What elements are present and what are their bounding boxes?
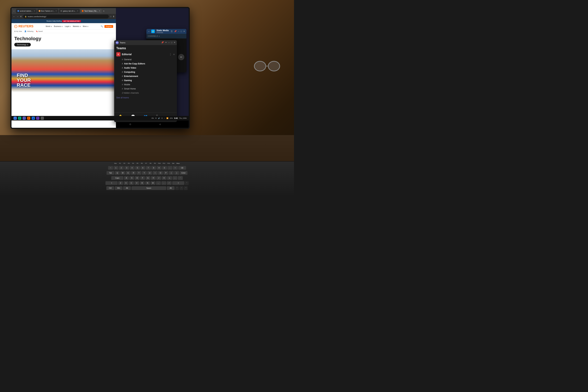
key-r[interactable]: R [131,171,136,175]
key-esc[interactable]: Esc [114,162,118,165]
sm-minimize-icon[interactable]: − [178,30,179,32]
key-f[interactable]: F [140,176,145,180]
browser-tab-4[interactable]: Tech News | Re… ✕ [80,9,102,13]
key-tab[interactable]: Tab [106,171,114,175]
teams-close-btn[interactable]: ✕ [174,41,176,44]
key-enter[interactable]: Enter [180,171,188,175]
key-l[interactable]: L [167,176,172,180]
reuters-search-icon[interactable]: 🔍 [100,25,103,28]
teams-restore-btn[interactable]: □ [171,41,172,44]
key-9[interactable]: 9 [157,166,162,170]
browser-tab-3[interactable]: galaxy tab s8 s… ✕ [59,9,80,13]
channel-entertainment[interactable]: # Entertainment [114,74,177,78]
channel-computing[interactable]: # Computing [114,70,177,74]
key-8[interactable]: 8 [151,166,156,170]
bookmark-icon[interactable]: ☆ [110,15,112,18]
key-q[interactable]: Q [115,171,120,175]
key-f9[interactable]: F9 [153,162,157,165]
key-alt-right[interactable]: Alt [167,186,174,190]
key-e[interactable]: E [126,171,130,175]
channel-ask-copy-editors[interactable]: # Ask the Copy Editors [114,62,177,66]
team-editorial-item[interactable]: E Editorial ⋮ ∧ [114,51,177,58]
channel-smart-home[interactable]: # Smart Home [114,87,177,91]
key-0[interactable]: 0 [162,166,167,170]
key-minus[interactable]: - [168,166,172,170]
home-btn[interactable]: ○ [129,122,131,126]
sm-restore-icon[interactable]: □ [181,30,182,32]
team-more-btn[interactable]: ⋮ [169,53,172,56]
key-f10[interactable]: F10 [157,162,162,165]
key-comma[interactable]: , [156,181,161,185]
key-arrow-down[interactable]: ↓ [180,186,183,190]
key-u[interactable]: U [147,171,152,175]
key-4[interactable]: 4 [130,166,134,170]
key-7[interactable]: 7 [146,166,151,170]
register-button[interactable]: Register [104,25,113,28]
key-backspace-main[interactable]: ⌫ [178,166,186,170]
nav-world[interactable]: World ∨ [46,26,52,27]
key-ctrl[interactable]: Ctrl [106,186,114,190]
channel-mobile[interactable]: # Mobile [114,82,177,87]
nav-forward-btn[interactable]: → [16,15,19,18]
new-tab-button[interactable]: + [102,10,105,12]
key-a[interactable]: A [124,176,129,180]
download-icon[interactable]: ⬇ [113,15,114,18]
teams-minimize-btn[interactable]: − [168,41,170,44]
key-z[interactable]: Z [118,181,123,185]
key-slash[interactable]: / [167,181,172,185]
key-f12[interactable]: F12 [166,162,171,165]
channel-gaming[interactable]: # Gaming [114,78,177,82]
key-bracket-close[interactable]: ] [174,171,179,175]
key-k[interactable]: K [162,176,166,180]
nav-business[interactable]: Business ∨ [54,26,63,27]
channel-general[interactable]: # General [114,58,177,62]
key-quote[interactable]: ' [178,176,183,180]
sm-back-btn[interactable]: ← [148,30,150,33]
key-arrow-right[interactable]: → [184,186,188,190]
tab-2-close[interactable]: ✕ [56,10,57,12]
key-period[interactable]: . [161,181,166,185]
key-x[interactable]: X [124,181,128,185]
sm-close-icon[interactable]: ✕ [183,30,185,32]
key-del[interactable]: Del [171,162,175,165]
browser-tab-2[interactable]: Best Tablets in l… ✕ [37,9,58,13]
key-c[interactable]: C [129,181,134,185]
nav-markets[interactable]: Markets ∨ [73,26,80,27]
key-6[interactable]: 6 [140,166,145,170]
tab-3-close[interactable]: ✕ [77,10,78,12]
nav-legal[interactable]: Legal ∨ [65,26,71,27]
key-i[interactable]: I [153,171,158,175]
subnav-following[interactable]: 👤 Following [24,30,34,32]
key-bracket-open[interactable]: [ [169,171,174,175]
key-5[interactable]: 5 [135,166,140,170]
teams-channel-list[interactable]: E Editorial ⋮ ∧ # General # Ask the Copy… [114,51,177,116]
key-3[interactable]: 3 [124,166,129,170]
subnav-myview[interactable]: ⊞ My View [14,30,22,32]
key-v[interactable]: V [134,181,139,185]
key-b[interactable]: B [140,181,145,185]
key-s[interactable]: S [129,176,134,180]
key-capslock[interactable]: Caps [111,176,124,180]
key-o[interactable]: O [158,171,163,175]
key-f6[interactable]: F6 [140,162,144,165]
tech-tag-button[interactable]: Technology ∨ [14,43,31,46]
reuters-cta-button[interactable]: GET THE NEWSLETTER [62,20,81,22]
tab-1-close[interactable]: ✕ [34,10,35,12]
browser-tab-1[interactable]: android tablets… ✕ [16,9,36,13]
key-m[interactable]: M [150,181,156,185]
key-h[interactable]: H [151,176,156,180]
nav-reload-btn[interactable]: ✕ [20,15,22,18]
key-f7[interactable]: F7 [144,162,148,165]
key-f4[interactable]: F4 [131,162,135,165]
key-1[interactable]: 1 [114,166,118,170]
key-f5[interactable]: F5 [136,162,140,165]
nav-more[interactable]: More ∨ [83,26,88,27]
key-d[interactable]: D [135,176,140,180]
key-arrow-up[interactable]: ↑ [185,181,189,185]
back-btn[interactable]: ‹ [160,122,161,126]
key-tilde[interactable]: ~ [108,166,113,170]
key-f11[interactable]: F11 [162,162,166,165]
key-w[interactable]: W [120,171,125,175]
hidden-channels-btn[interactable]: 2 hidden channels [114,91,177,95]
channel-audio-video[interactable]: # Audio Video [114,66,177,70]
